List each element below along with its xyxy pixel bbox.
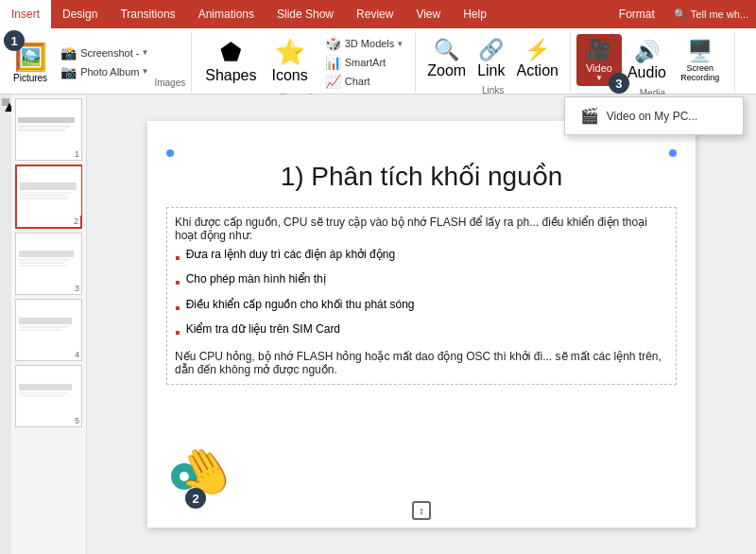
slide-footnote: Nếu CPU hỏng, bộ nhớ FLASH hỏng hoặc mất… (175, 350, 668, 376)
link-button[interactable]: 🔗 Link (472, 34, 510, 83)
smartart-button[interactable]: 📊 SmartArt (319, 53, 410, 72)
action-label: Action (517, 62, 558, 79)
slide-num-2: 2 (17, 216, 80, 227)
bullet-marker-4: ▪ (175, 322, 180, 343)
cursor-indicator: ↕ (412, 501, 431, 520)
smartart-label: SmartArt (345, 57, 386, 68)
tab-review[interactable]: Review (345, 0, 404, 28)
3d-models-button[interactable]: 🎲 3D Models ▼ (319, 34, 410, 53)
annotation-1: 1 (4, 30, 25, 51)
tab-view[interactable]: View (404, 0, 452, 28)
chart-icon: 📈 (325, 74, 341, 89)
slide-content-area: 1) Phân tích khối nguồn Khi được cấp ngu… (87, 95, 756, 554)
tab-design[interactable]: Design (51, 0, 109, 28)
screen-rec-label: Screen Recording (678, 63, 723, 82)
slide-num-3: 3 (16, 283, 81, 294)
group-images: 🖼️ Pictures 📸 Screenshot - ▼ 📷 Photo Alb… (0, 32, 192, 92)
bullet-text-1: Đưa ra lệnh duy trì các điện áp khởi độn… (186, 248, 668, 261)
slide-thumb-5[interactable]: 5 (15, 365, 82, 427)
slide-body-box[interactable]: Khi được cấp nguồn, CPU sẽ truy cập vào … (166, 207, 677, 385)
group-illustrations: ⬟ Shapes ⭐ Icons 🎲 3D Models ▼ 📊 SmartAr… (192, 32, 416, 92)
video-icon: 🎥 (586, 38, 611, 62)
slide-thumb-2[interactable]: 2 (15, 164, 82, 229)
screen-recording-button[interactable]: 🖥️ Screen Recording (672, 35, 729, 86)
3d-models-label: 3D Models (345, 38, 395, 49)
slide-num-1: 1 (16, 148, 81, 160)
screenshot-icon: 📸 (60, 45, 77, 61)
images-group-label: Images (152, 78, 185, 90)
left-scrollbar[interactable]: ▲ (0, 95, 11, 554)
video-arrow: ▼ (595, 74, 603, 82)
screenshot-label: Screenshot - (80, 47, 139, 59)
tab-transitions[interactable]: Transitions (109, 0, 186, 28)
audio-icon: 🔊 (634, 40, 660, 64)
bullet-4: ▪ Kiểm tra dữ liệu trên SIM Card (175, 322, 668, 343)
tab-slideshow[interactable]: Slide Show (266, 0, 345, 28)
chart-button[interactable]: 📈 Chart (319, 72, 410, 91)
pictures-label: Pictures (13, 73, 47, 83)
slide-body-intro: Khi được cấp nguồn, CPU sẽ truy cập vào … (175, 216, 668, 242)
tab-format[interactable]: Format (608, 0, 666, 28)
video-on-pc-item[interactable]: 🎬 Video on My PC... (565, 101, 743, 130)
slide-num-5: 5 (16, 415, 81, 426)
main-area: ▲ 1 2 (0, 95, 756, 554)
slide-thumb-1[interactable]: 1 (15, 98, 82, 161)
tab-animations[interactable]: Animations (187, 0, 266, 28)
shapes-label: Shapes (205, 67, 256, 84)
tab-help[interactable]: Help (452, 0, 498, 28)
bullet-1: ▪ Đưa ra lệnh duy trì các điện áp khởi đ… (175, 248, 668, 268)
scroll-up-arrow[interactable]: ▲ (2, 98, 9, 106)
shapes-button[interactable]: ⬟ Shapes (198, 34, 264, 91)
link-icon: 🔗 (478, 38, 504, 62)
slide-thumb-3[interactable]: 3 (15, 233, 82, 295)
group-media: 🎥 Video ▼ 3 🔊 Audio 🖥️ Screen Recording … (571, 32, 735, 92)
annotation-3: 3 (609, 73, 629, 94)
action-icon: ⚡ (524, 38, 550, 62)
3d-models-arrow: ▼ (396, 40, 404, 48)
group-links: 🔍 Zoom 🔗 Link ⚡ Action Links (416, 32, 571, 92)
ribbon-content: 1 🖼️ Pictures 📸 Screenshot - ▼ 📷 Photo A… (0, 28, 756, 95)
audio-label: Audio (627, 64, 666, 81)
screenshot-button[interactable]: 📸 Screenshot - ▼ (57, 43, 152, 62)
hand-overlay: 🤚 2 (176, 444, 234, 499)
zoom-label: Zoom (427, 62, 466, 79)
photo-album-label: Photo Album (80, 66, 139, 78)
action-button[interactable]: ⚡ Action (511, 34, 564, 83)
bullet-text-2: Cho phép màn hình hiển thị (186, 272, 668, 286)
bullet-3: ▪ Điều khiển cấp nguồn cho khối thu phát… (175, 298, 668, 319)
screen-rec-icon: 🖥️ (687, 39, 713, 63)
smartart-icon: 📊 (325, 55, 341, 70)
video-pc-label: Video on My PC... (607, 110, 698, 123)
bullet-2: ▪ Cho phép màn hình hiển thị (175, 272, 668, 293)
ribbon-tabs-row: Insert Design Transitions Animations Sli… (0, 0, 756, 28)
icons-label: Icons (271, 67, 307, 84)
bullet-marker-1: ▪ (175, 248, 180, 268)
video-label: Video (586, 62, 612, 74)
photo-album-button[interactable]: 📷 Photo Album ▼ (57, 62, 152, 81)
tab-insert[interactable]: Insert (0, 0, 51, 28)
slide-num-4: 4 (16, 349, 81, 360)
slide-panel[interactable]: 1 2 3 (11, 95, 87, 554)
bullet-text-4: Kiểm tra dữ liệu trên SIM Card (186, 322, 668, 336)
icons-button[interactable]: ⭐ Icons (264, 34, 315, 91)
zoom-icon: 🔍 (434, 38, 459, 62)
audio-button[interactable]: 🔊 Audio (622, 36, 672, 85)
video-pc-icon: 🎬 (580, 107, 599, 125)
shapes-icon: ⬟ (220, 38, 242, 67)
screenshot-arrow: ▼ (142, 48, 149, 57)
slide-canvas: 1) Phân tích khối nguồn Khi được cấp ngu… (147, 121, 696, 528)
tell-me-box[interactable]: 🔍 Tell me wh... (666, 0, 756, 28)
bullet-text-3: Điều khiển cấp nguồn cho khối thu phát s… (186, 298, 668, 311)
link-label: Link (477, 62, 505, 79)
cursor-box: ↕ (412, 501, 431, 520)
annotation-2: 2 (185, 488, 206, 509)
photo-album-icon: 📷 (60, 64, 77, 79)
bullet-marker-3: ▪ (175, 298, 180, 319)
photo-album-arrow: ▼ (142, 67, 149, 76)
slide-title: 1) Phân tích khối nguồn (166, 161, 677, 192)
zoom-button[interactable]: 🔍 Zoom (421, 34, 472, 83)
video-dropdown-menu: 🎬 Video on My PC... (564, 96, 744, 135)
slide-thumb-4[interactable]: 4 (15, 299, 82, 361)
chart-label: Chart (345, 76, 370, 87)
bullet-marker-2: ▪ (175, 272, 180, 293)
